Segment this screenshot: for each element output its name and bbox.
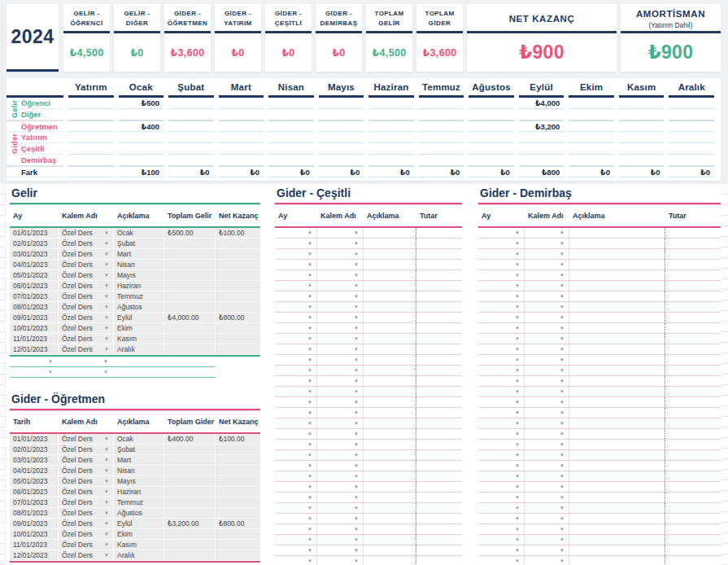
empty-dropdown[interactable]: ▼	[478, 450, 525, 460]
empty-dropdown[interactable]: ▼	[525, 302, 569, 312]
empty-dropdown[interactable]: ▼	[317, 450, 364, 460]
empty-dropdown[interactable]: ▼	[275, 281, 317, 291]
empty-dropdown[interactable]: ▼	[525, 429, 569, 439]
empty-dropdown[interactable]: ▼	[525, 408, 569, 418]
item-dropdown[interactable]: Özel Ders▼	[59, 323, 114, 333]
empty-dropdown[interactable]: ▼	[275, 545, 317, 555]
empty-dropdown[interactable]: ▼	[317, 291, 364, 301]
empty-dropdown[interactable]: ▼	[478, 228, 525, 238]
empty-dropdown[interactable]: ▼	[478, 440, 525, 449]
item-dropdown[interactable]: Özel Ders▼	[59, 270, 114, 280]
empty-dropdown[interactable]: ▼	[478, 524, 525, 534]
empty-dropdown[interactable]: ▼	[59, 357, 114, 367]
empty-dropdown[interactable]: ▼	[317, 556, 364, 565]
empty-dropdown[interactable]: ▼	[525, 545, 569, 555]
empty-dropdown[interactable]: ▼	[10, 357, 59, 367]
empty-dropdown[interactable]: ▼	[275, 249, 317, 259]
empty-dropdown[interactable]: ▼	[317, 408, 364, 418]
empty-dropdown[interactable]: ▼	[275, 291, 317, 301]
empty-dropdown[interactable]: ▼	[317, 344, 364, 354]
empty-dropdown[interactable]: ▼	[478, 270, 525, 280]
empty-dropdown[interactable]: ▼	[525, 535, 569, 545]
empty-dropdown[interactable]: ▼	[317, 376, 364, 386]
empty-dropdown[interactable]: ▼	[478, 376, 525, 386]
empty-dropdown[interactable]: ▼	[478, 493, 525, 502]
empty-dropdown[interactable]: ▼	[525, 440, 569, 449]
empty-dropdown[interactable]: ▼	[317, 514, 364, 523]
empty-dropdown[interactable]: ▼	[525, 503, 569, 513]
empty-dropdown[interactable]: ▼	[275, 334, 317, 344]
item-dropdown[interactable]: Özel Ders▼	[59, 466, 114, 475]
empty-dropdown[interactable]: ▼	[478, 302, 525, 312]
empty-dropdown[interactable]: ▼	[317, 387, 364, 396]
empty-dropdown[interactable]: ▼	[275, 387, 317, 396]
empty-dropdown[interactable]: ▼	[525, 418, 569, 428]
empty-dropdown[interactable]: ▼	[525, 556, 569, 565]
empty-dropdown[interactable]: ▼	[317, 503, 364, 513]
item-dropdown[interactable]: Özel Ders▼	[59, 249, 114, 259]
empty-dropdown[interactable]: ▼	[275, 514, 317, 523]
empty-dropdown[interactable]: ▼	[317, 545, 364, 555]
empty-dropdown[interactable]: ▼	[275, 482, 317, 492]
empty-dropdown[interactable]: ▼	[478, 418, 525, 428]
empty-dropdown[interactable]: ▼	[59, 367, 114, 378]
empty-dropdown[interactable]: ▼	[478, 260, 525, 269]
empty-dropdown[interactable]: ▼	[525, 323, 569, 333]
item-dropdown[interactable]: Özel Ders▼	[59, 455, 114, 465]
empty-dropdown[interactable]: ▼	[478, 366, 525, 375]
empty-dropdown[interactable]: ▼	[525, 228, 569, 238]
empty-dropdown[interactable]: ▼	[525, 334, 569, 344]
item-dropdown[interactable]: Özel Ders▼	[59, 334, 114, 344]
empty-dropdown[interactable]: ▼	[317, 302, 364, 312]
empty-dropdown[interactable]: ▼	[525, 313, 569, 322]
empty-dropdown[interactable]: ▼	[317, 249, 364, 259]
empty-dropdown[interactable]: ▼	[275, 228, 317, 238]
item-dropdown[interactable]: Özel Ders▼	[59, 281, 114, 291]
item-dropdown[interactable]: Özel Ders▼	[59, 434, 114, 444]
item-dropdown[interactable]: Özel Ders▼	[59, 529, 114, 539]
item-dropdown[interactable]: Özel Ders▼	[59, 540, 114, 550]
empty-dropdown[interactable]: ▼	[275, 313, 317, 322]
empty-dropdown[interactable]: ▼	[525, 366, 569, 375]
empty-dropdown[interactable]: ▼	[275, 397, 317, 407]
empty-dropdown[interactable]: ▼	[317, 239, 364, 248]
empty-dropdown[interactable]: ▼	[525, 260, 569, 269]
item-dropdown[interactable]: Özel Ders▼	[59, 550, 114, 560]
empty-dropdown[interactable]: ▼	[317, 397, 364, 407]
empty-dropdown[interactable]: ▼	[478, 461, 525, 471]
empty-dropdown[interactable]: ▼	[275, 418, 317, 428]
item-dropdown[interactable]: Özel Ders▼	[59, 519, 114, 528]
empty-dropdown[interactable]: ▼	[275, 461, 317, 471]
empty-dropdown[interactable]: ▼	[478, 313, 525, 322]
empty-dropdown[interactable]: ▼	[525, 355, 569, 365]
empty-dropdown[interactable]: ▼	[525, 514, 569, 523]
empty-dropdown[interactable]: ▼	[525, 493, 569, 502]
empty-dropdown[interactable]: ▼	[478, 249, 525, 259]
empty-dropdown[interactable]: ▼	[478, 291, 525, 301]
empty-dropdown[interactable]: ▼	[478, 482, 525, 492]
empty-dropdown[interactable]: ▼	[317, 440, 364, 449]
empty-dropdown[interactable]: ▼	[317, 270, 364, 280]
item-dropdown[interactable]: Özel Ders▼	[59, 260, 114, 269]
empty-dropdown[interactable]: ▼	[317, 493, 364, 502]
empty-dropdown[interactable]: ▼	[525, 344, 569, 354]
empty-dropdown[interactable]: ▼	[317, 323, 364, 333]
empty-dropdown[interactable]: ▼	[275, 471, 317, 481]
empty-dropdown[interactable]: ▼	[478, 545, 525, 555]
empty-dropdown[interactable]: ▼	[317, 366, 364, 375]
empty-dropdown[interactable]: ▼	[525, 291, 569, 301]
empty-dropdown[interactable]: ▼	[525, 387, 569, 396]
empty-dropdown[interactable]: ▼	[525, 450, 569, 460]
empty-dropdown[interactable]: ▼	[317, 471, 364, 481]
empty-dropdown[interactable]: ▼	[478, 397, 525, 407]
item-dropdown[interactable]: Özel Ders▼	[59, 228, 114, 238]
empty-dropdown[interactable]: ▼	[525, 397, 569, 407]
empty-dropdown[interactable]: ▼	[525, 524, 569, 534]
empty-dropdown[interactable]: ▼	[10, 367, 59, 378]
empty-dropdown[interactable]: ▼	[478, 281, 525, 291]
empty-dropdown[interactable]: ▼	[317, 260, 364, 269]
empty-dropdown[interactable]: ▼	[317, 461, 364, 471]
empty-dropdown[interactable]: ▼	[478, 471, 525, 481]
empty-dropdown[interactable]: ▼	[275, 355, 317, 365]
item-dropdown[interactable]: Özel Ders▼	[59, 508, 114, 518]
